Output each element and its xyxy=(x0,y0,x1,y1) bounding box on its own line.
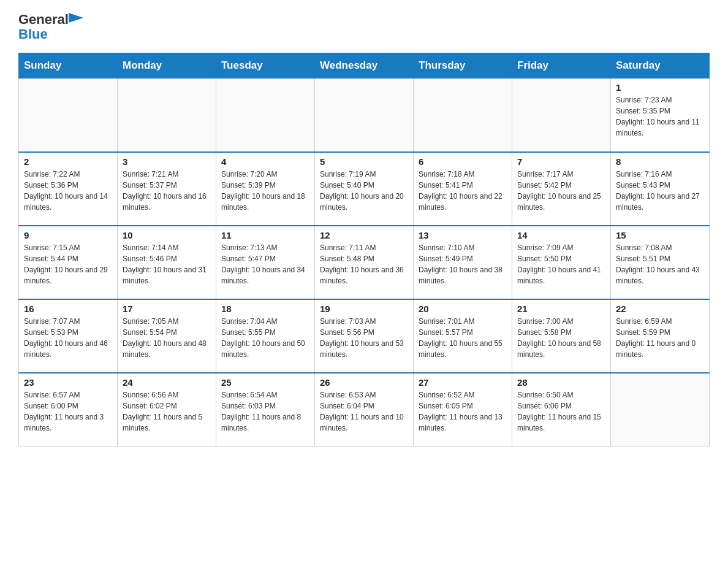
day-number: 3 xyxy=(123,156,211,167)
calendar-cell: 16Sunrise: 7:07 AMSunset: 5:53 PMDayligh… xyxy=(19,299,118,373)
day-number: 10 xyxy=(123,230,211,240)
logo: GeneralBlue xyxy=(18,12,83,42)
calendar-header-wednesday: Wednesday xyxy=(315,53,414,79)
day-info: Sunrise: 6:57 AMSunset: 6:00 PMDaylight:… xyxy=(24,389,112,434)
calendar-cell: 23Sunrise: 6:57 AMSunset: 6:00 PMDayligh… xyxy=(19,373,118,446)
day-info: Sunrise: 7:19 AMSunset: 5:40 PMDaylight:… xyxy=(320,169,408,213)
calendar-header-monday: Monday xyxy=(118,53,216,79)
calendar-cell xyxy=(512,79,611,152)
day-number: 7 xyxy=(517,156,605,167)
calendar-cell: 1Sunrise: 7:23 AMSunset: 5:35 PMDaylight… xyxy=(611,79,710,152)
day-number: 22 xyxy=(616,304,704,314)
day-info: Sunrise: 7:10 AMSunset: 5:49 PMDaylight:… xyxy=(419,242,507,286)
day-number: 25 xyxy=(221,377,309,388)
logo-general-text: General xyxy=(18,12,69,27)
calendar-cell: 28Sunrise: 6:50 AMSunset: 6:06 PMDayligh… xyxy=(512,373,611,446)
calendar-cell xyxy=(611,373,710,446)
calendar-header-tuesday: Tuesday xyxy=(216,53,315,79)
calendar-week-row-1: 1Sunrise: 7:23 AMSunset: 5:35 PMDaylight… xyxy=(19,79,710,152)
calendar-cell: 25Sunrise: 6:54 AMSunset: 6:03 PMDayligh… xyxy=(216,373,315,446)
calendar-header-row: SundayMondayTuesdayWednesdayThursdayFrid… xyxy=(19,53,710,79)
day-info: Sunrise: 7:01 AMSunset: 5:57 PMDaylight:… xyxy=(419,316,507,360)
day-number: 14 xyxy=(517,230,605,240)
calendar-cell xyxy=(414,79,512,152)
day-number: 16 xyxy=(24,304,112,314)
day-info: Sunrise: 7:23 AMSunset: 5:35 PMDaylight:… xyxy=(616,94,704,139)
day-info: Sunrise: 7:13 AMSunset: 5:47 PMDaylight:… xyxy=(221,242,309,286)
calendar-cell xyxy=(19,79,118,152)
calendar-cell: 17Sunrise: 7:05 AMSunset: 5:54 PMDayligh… xyxy=(118,299,216,373)
calendar-cell: 11Sunrise: 7:13 AMSunset: 5:47 PMDayligh… xyxy=(216,226,315,299)
logo-blue-text: Blue xyxy=(18,26,48,42)
day-number: 23 xyxy=(24,377,112,388)
logo-flag-icon xyxy=(69,13,83,26)
calendar-table: SundayMondayTuesdayWednesdayThursdayFrid… xyxy=(18,53,710,446)
calendar-cell: 8Sunrise: 7:16 AMSunset: 5:43 PMDaylight… xyxy=(611,152,710,226)
calendar-cell: 2Sunrise: 7:22 AMSunset: 5:36 PMDaylight… xyxy=(19,152,118,226)
calendar-cell: 12Sunrise: 7:11 AMSunset: 5:48 PMDayligh… xyxy=(315,226,414,299)
day-number: 1 xyxy=(616,82,704,93)
day-number: 20 xyxy=(419,304,507,314)
day-info: Sunrise: 6:56 AMSunset: 6:02 PMDaylight:… xyxy=(123,389,211,434)
day-number: 15 xyxy=(616,230,704,240)
day-number: 12 xyxy=(320,230,408,240)
day-info: Sunrise: 7:18 AMSunset: 5:41 PMDaylight:… xyxy=(419,169,507,213)
day-info: Sunrise: 6:59 AMSunset: 5:59 PMDaylight:… xyxy=(616,316,704,360)
calendar-cell: 15Sunrise: 7:08 AMSunset: 5:51 PMDayligh… xyxy=(611,226,710,299)
calendar-cell: 7Sunrise: 7:17 AMSunset: 5:42 PMDaylight… xyxy=(512,152,611,226)
calendar-week-row-4: 16Sunrise: 7:07 AMSunset: 5:53 PMDayligh… xyxy=(19,299,710,373)
day-number: 26 xyxy=(320,377,408,388)
svg-marker-0 xyxy=(69,13,83,23)
calendar-cell: 19Sunrise: 7:03 AMSunset: 5:56 PMDayligh… xyxy=(315,299,414,373)
day-info: Sunrise: 7:08 AMSunset: 5:51 PMDaylight:… xyxy=(616,242,704,286)
day-number: 27 xyxy=(419,377,507,388)
calendar-cell: 5Sunrise: 7:19 AMSunset: 5:40 PMDaylight… xyxy=(315,152,414,226)
day-number: 28 xyxy=(517,377,605,388)
day-info: Sunrise: 7:09 AMSunset: 5:50 PMDaylight:… xyxy=(517,242,605,286)
day-number: 9 xyxy=(24,230,112,240)
day-info: Sunrise: 7:20 AMSunset: 5:39 PMDaylight:… xyxy=(221,169,309,213)
calendar-week-row-3: 9Sunrise: 7:15 AMSunset: 5:44 PMDaylight… xyxy=(19,226,710,299)
calendar-cell: 22Sunrise: 6:59 AMSunset: 5:59 PMDayligh… xyxy=(611,299,710,373)
calendar-cell: 21Sunrise: 7:00 AMSunset: 5:58 PMDayligh… xyxy=(512,299,611,373)
calendar-cell: 6Sunrise: 7:18 AMSunset: 5:41 PMDaylight… xyxy=(414,152,512,226)
day-info: Sunrise: 7:03 AMSunset: 5:56 PMDaylight:… xyxy=(320,316,408,360)
calendar-cell: 3Sunrise: 7:21 AMSunset: 5:37 PMDaylight… xyxy=(118,152,216,226)
day-number: 18 xyxy=(221,304,309,314)
calendar-cell xyxy=(118,79,216,152)
day-info: Sunrise: 7:11 AMSunset: 5:48 PMDaylight:… xyxy=(320,242,408,286)
day-number: 5 xyxy=(320,156,408,167)
day-info: Sunrise: 7:14 AMSunset: 5:46 PMDaylight:… xyxy=(123,242,211,286)
day-info: Sunrise: 7:21 AMSunset: 5:37 PMDaylight:… xyxy=(123,169,211,213)
calendar-week-row-5: 23Sunrise: 6:57 AMSunset: 6:00 PMDayligh… xyxy=(19,373,710,446)
day-info: Sunrise: 6:54 AMSunset: 6:03 PMDaylight:… xyxy=(221,389,309,434)
calendar-cell: 4Sunrise: 7:20 AMSunset: 5:39 PMDaylight… xyxy=(216,152,315,226)
day-info: Sunrise: 7:04 AMSunset: 5:55 PMDaylight:… xyxy=(221,316,309,360)
day-info: Sunrise: 7:22 AMSunset: 5:36 PMDaylight:… xyxy=(24,169,112,213)
day-info: Sunrise: 7:05 AMSunset: 5:54 PMDaylight:… xyxy=(123,316,211,360)
day-info: Sunrise: 6:50 AMSunset: 6:06 PMDaylight:… xyxy=(517,389,605,434)
calendar-cell: 14Sunrise: 7:09 AMSunset: 5:50 PMDayligh… xyxy=(512,226,611,299)
day-info: Sunrise: 7:07 AMSunset: 5:53 PMDaylight:… xyxy=(24,316,112,360)
calendar-cell: 9Sunrise: 7:15 AMSunset: 5:44 PMDaylight… xyxy=(19,226,118,299)
calendar-cell: 13Sunrise: 7:10 AMSunset: 5:49 PMDayligh… xyxy=(414,226,512,299)
day-number: 6 xyxy=(419,156,507,167)
calendar-cell: 27Sunrise: 6:52 AMSunset: 6:05 PMDayligh… xyxy=(414,373,512,446)
calendar-cell xyxy=(315,79,414,152)
calendar-week-row-2: 2Sunrise: 7:22 AMSunset: 5:36 PMDaylight… xyxy=(19,152,710,226)
day-info: Sunrise: 7:16 AMSunset: 5:43 PMDaylight:… xyxy=(616,169,704,213)
day-info: Sunrise: 6:53 AMSunset: 6:04 PMDaylight:… xyxy=(320,389,408,434)
calendar-header-friday: Friday xyxy=(512,53,611,79)
day-number: 21 xyxy=(517,304,605,314)
day-info: Sunrise: 7:17 AMSunset: 5:42 PMDaylight:… xyxy=(517,169,605,213)
day-number: 4 xyxy=(221,156,309,167)
calendar-cell: 24Sunrise: 6:56 AMSunset: 6:02 PMDayligh… xyxy=(118,373,216,446)
calendar-cell: 10Sunrise: 7:14 AMSunset: 5:46 PMDayligh… xyxy=(118,226,216,299)
day-info: Sunrise: 7:15 AMSunset: 5:44 PMDaylight:… xyxy=(24,242,112,286)
page-header: GeneralBlue xyxy=(18,12,710,42)
day-info: Sunrise: 7:00 AMSunset: 5:58 PMDaylight:… xyxy=(517,316,605,360)
day-info: Sunrise: 6:52 AMSunset: 6:05 PMDaylight:… xyxy=(419,389,507,434)
calendar-cell: 20Sunrise: 7:01 AMSunset: 5:57 PMDayligh… xyxy=(414,299,512,373)
calendar-cell xyxy=(216,79,315,152)
calendar-header-sunday: Sunday xyxy=(19,53,118,79)
